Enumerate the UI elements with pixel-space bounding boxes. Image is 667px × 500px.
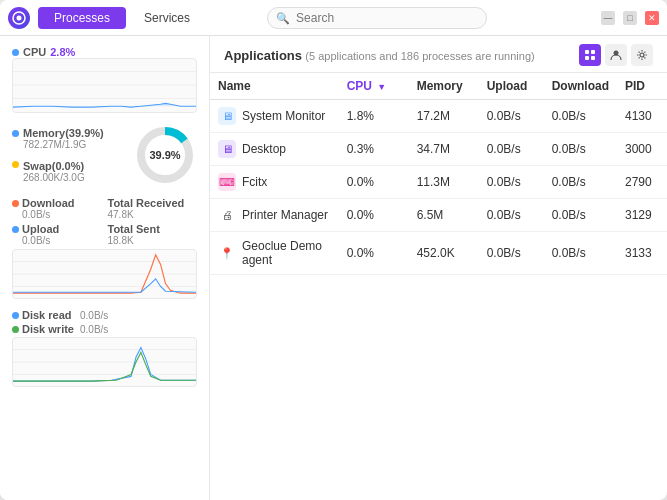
table-row[interactable]: 🖥 System Monitor 1.8% 17.2M 0.0B/s 0.0B/… (210, 100, 667, 133)
titlebar: Processes Services 🔍 — □ ✕ (0, 0, 667, 36)
process-cpu: 0.3% (339, 133, 409, 166)
table-row[interactable]: 🖥 Desktop 0.3% 34.7M 0.0B/s 0.0B/s 3000 (210, 133, 667, 166)
total-sent-label: Total Sent (108, 223, 198, 235)
process-download: 0.0B/s (544, 166, 617, 199)
process-upload: 0.0B/s (479, 100, 544, 133)
network-section: Download 0.0B/s Total Received 47.8K Upl… (12, 197, 197, 299)
process-memory: 34.7M (409, 133, 479, 166)
cpu-value: 2.8% (50, 46, 75, 58)
table-row[interactable]: ⌨ Fcitx 0.0% 11.3M 0.0B/s 0.0B/s 2790 (210, 166, 667, 199)
process-name: Geoclue Demo agent (242, 239, 331, 267)
svg-point-1 (17, 15, 22, 20)
total-sent-info: Total Sent 18.8K (108, 223, 198, 246)
process-memory: 452.0K (409, 232, 479, 275)
table-header-row: Name CPU ▼ Memory Upload (210, 73, 667, 100)
svg-rect-14 (591, 50, 595, 54)
process-name-cell: 🖨 Printer Manager (210, 199, 339, 232)
process-cpu: 0.0% (339, 232, 409, 275)
cpu-title: CPU 2.8% (12, 46, 197, 58)
process-name-cell: 📍 Geoclue Demo agent (210, 232, 339, 275)
panel-title: Applications (224, 48, 302, 63)
download-info: Download 0.0B/s (12, 197, 102, 220)
maximize-button[interactable]: □ (623, 11, 637, 25)
app-icon: 📍 (218, 244, 236, 262)
tab-services[interactable]: Services (128, 7, 206, 29)
processes-table: Name CPU ▼ Memory Upload (210, 73, 667, 275)
disk-chart (12, 337, 197, 387)
total-received-info: Total Received 47.8K (108, 197, 198, 220)
cpu-dot (12, 49, 19, 56)
disk-read-label: Disk read (22, 309, 74, 321)
svg-rect-13 (585, 50, 589, 54)
cpu-chart (12, 58, 197, 113)
disk-write-value: 0.0B/s (80, 324, 108, 335)
table-row[interactable]: 📍 Geoclue Demo agent 0.0% 452.0K 0.0B/s … (210, 232, 667, 275)
donut-percent-label: 39.9% (149, 149, 180, 161)
process-cpu: 0.0% (339, 199, 409, 232)
search-icon: 🔍 (276, 11, 290, 24)
process-memory: 11.3M (409, 166, 479, 199)
minimize-button[interactable]: — (601, 11, 615, 25)
process-name-cell: 🖥 System Monitor (210, 100, 339, 133)
process-name: System Monitor (242, 109, 325, 123)
process-name: Desktop (242, 142, 286, 156)
process-name-cell: 🖥 Desktop (210, 133, 339, 166)
process-upload: 0.0B/s (479, 232, 544, 275)
process-cpu: 0.0% (339, 166, 409, 199)
total-sent-value: 18.8K (108, 235, 198, 246)
memory-donut: 39.9% (133, 123, 197, 187)
memory-label: Memory(39.9%) (23, 127, 104, 139)
filter-button[interactable] (579, 44, 601, 66)
sidebar: CPU 2.8% (0, 36, 210, 500)
download-dot (12, 200, 19, 207)
disk-write-dot (12, 326, 19, 333)
process-download: 0.0B/s (544, 232, 617, 275)
svg-point-18 (640, 53, 644, 57)
tab-bar: Processes Services (38, 7, 206, 29)
svg-rect-16 (591, 56, 595, 60)
search-bar: 🔍 (267, 7, 487, 29)
disk-write-label: Disk write (22, 323, 74, 335)
process-upload: 0.0B/s (479, 166, 544, 199)
search-input[interactable] (267, 7, 487, 29)
panel-title-area: Applications (5 applications and 186 pro… (224, 48, 535, 63)
app-icon: 🖥 (218, 107, 236, 125)
col-header-upload[interactable]: Upload (479, 73, 544, 100)
col-header-cpu[interactable]: CPU ▼ (339, 73, 409, 100)
col-header-memory[interactable]: Memory (409, 73, 479, 100)
memory-value: 782.27M/1.9G (23, 139, 125, 150)
upload-info: Upload 0.0B/s (12, 223, 102, 246)
process-name: Fcitx (242, 175, 267, 189)
close-button[interactable]: ✕ (645, 11, 659, 25)
table-row[interactable]: 🖨 Printer Manager 0.0% 6.5M 0.0B/s 0.0B/… (210, 199, 667, 232)
upload-value: 0.0B/s (22, 235, 102, 246)
total-received-label: Total Received (108, 197, 198, 209)
swap-value: 268.00K/3.0G (23, 172, 125, 183)
settings-button[interactable] (631, 44, 653, 66)
col-header-name[interactable]: Name (210, 73, 339, 100)
process-pid: 4130 (617, 100, 667, 133)
process-pid: 2790 (617, 166, 667, 199)
tab-processes[interactable]: Processes (38, 7, 126, 29)
process-pid: 3000 (617, 133, 667, 166)
upload-dot (12, 226, 19, 233)
memory-section: Memory(39.9%) 782.27M/1.9G Swap(0.0%) 26… (12, 123, 197, 187)
process-upload: 0.0B/s (479, 133, 544, 166)
app-logo (8, 7, 30, 29)
process-download: 0.0B/s (544, 133, 617, 166)
swap-dot (12, 161, 19, 168)
user-button[interactable] (605, 44, 627, 66)
col-header-download[interactable]: Download (544, 73, 617, 100)
download-value: 0.0B/s (22, 209, 102, 220)
disk-read-value: 0.0B/s (80, 310, 108, 321)
disk-read-dot (12, 312, 19, 319)
panel-subtitle: (5 applications and 186 processes are ru… (305, 50, 534, 62)
processes-table-wrap: Name CPU ▼ Memory Upload (210, 73, 667, 500)
process-pid: 3129 (617, 199, 667, 232)
cpu-section: CPU 2.8% (12, 46, 197, 113)
col-header-pid[interactable]: PID (617, 73, 667, 100)
panel-header: Applications (5 applications and 186 pro… (210, 36, 667, 73)
memory-info: Memory(39.9%) 782.27M/1.9G Swap(0.0%) 26… (12, 127, 125, 183)
download-label: Download (22, 197, 75, 209)
process-pid: 3133 (617, 232, 667, 275)
